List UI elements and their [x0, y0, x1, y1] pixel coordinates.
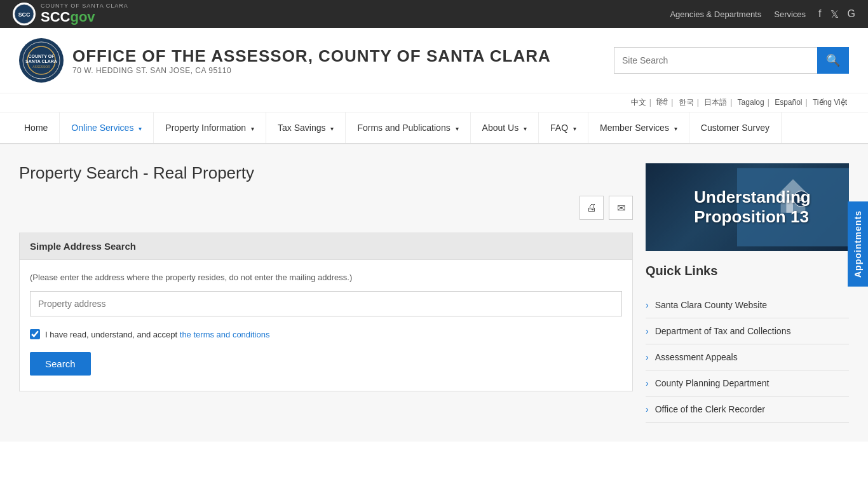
nav-tax-savings: Tax Savings ▾: [266, 112, 346, 143]
lang-japanese[interactable]: 日本語: [704, 98, 727, 107]
services-link[interactable]: Services: [774, 10, 806, 19]
forms-arrow: ▾: [456, 125, 459, 132]
online-services-arrow: ▾: [139, 125, 142, 132]
nav-property-info: Property Information ▾: [154, 112, 266, 143]
agencies-dept-link[interactable]: Agencies & Departments: [670, 10, 761, 19]
terms-link[interactable]: the terms and conditions: [180, 330, 270, 339]
quick-link-item: › Office of the Clerk Recorder: [646, 396, 849, 423]
org-address: 70 W. HEDDING ST. SAN JOSE, CA 95110: [72, 66, 551, 75]
quick-link-item: › Santa Clara County Website: [646, 292, 849, 318]
chevron-right-icon: ›: [646, 326, 649, 336]
lang-chinese[interactable]: 中文: [631, 98, 646, 107]
header: COUNTY OF SANTA CLARA ASSESSOR OFFICE OF…: [0, 28, 868, 93]
email-button[interactable]: ✉: [609, 196, 633, 220]
nav-survey-link[interactable]: Customer Survey: [689, 112, 782, 143]
email-icon: ✉: [617, 202, 625, 214]
print-button[interactable]: 🖨: [580, 196, 604, 220]
quick-link-clerk-recorder[interactable]: Office of the Clerk Recorder: [655, 404, 765, 414]
nav-member-services: Member Services ▾: [588, 112, 689, 143]
quick-links-list: › Santa Clara County Website › Departmen…: [646, 292, 849, 423]
search-box-body: (Please enter the address where the prop…: [20, 260, 632, 391]
assessor-logo: COUNTY OF SANTA CLARA ASSESSOR: [19, 38, 64, 83]
action-icons: 🖨 ✉: [19, 196, 633, 220]
nav-online-services: Online Services ▾: [60, 112, 154, 143]
print-icon: 🖨: [587, 202, 597, 214]
logo-circle: SCC: [13, 3, 36, 25]
scc-logo: SCC COUNTY OF SANTA CLARA SCCgov: [13, 3, 128, 25]
property-info-arrow: ▾: [251, 125, 254, 132]
sidebar-banner[interactable]: 13 UnderstandingProposition 13: [646, 163, 849, 251]
nav-online-services-link[interactable]: Online Services ▾: [60, 112, 154, 143]
quick-links-title: Quick Links: [646, 264, 849, 283]
helper-text: (Please enter the address where the prop…: [30, 273, 622, 282]
terms-checkbox[interactable]: [30, 329, 40, 339]
terms-label: I have read, understand, and accept the …: [45, 330, 269, 339]
nav-home: Home: [13, 112, 60, 143]
faq-arrow: ▾: [573, 125, 576, 132]
twitter-icon[interactable]: 𝕏: [831, 8, 839, 20]
appointments-tab[interactable]: Appointments: [848, 201, 868, 287]
language-bar: 中文| हिंदी| 한국| 日本語| Tagalog| Español| Ti…: [0, 93, 868, 112]
nav-about-us: About Us ▾: [471, 112, 539, 143]
svg-text:SANTA CLARA: SANTA CLARA: [25, 59, 57, 64]
search-submit-button[interactable]: Search: [30, 352, 91, 376]
nav-about-link[interactable]: About Us ▾: [471, 112, 539, 143]
facebook-icon[interactable]: f: [818, 8, 821, 20]
search-box-header: Simple Address Search: [20, 233, 632, 260]
nav-items: Home Online Services ▾ Property Informat…: [13, 112, 855, 143]
site-search-input[interactable]: [614, 47, 817, 74]
social-icons: f 𝕏 G: [818, 8, 855, 20]
banner-text: UnderstandingProposition 13: [684, 187, 810, 227]
main-nav: Home Online Services ▾ Property Informat…: [0, 112, 868, 144]
nav-customer-survey: Customer Survey: [689, 112, 782, 143]
nav-property-info-link[interactable]: Property Information ▾: [154, 112, 266, 143]
main-wrapper: Property Search - Real Property 🖨 ✉ Simp…: [0, 144, 868, 442]
main-content: Property Search - Real Property 🖨 ✉ Simp…: [19, 163, 633, 423]
nav-forms-link[interactable]: Forms and Publications ▾: [346, 112, 470, 143]
tax-savings-arrow: ▾: [330, 125, 334, 132]
quick-link-tax-collections[interactable]: Department of Tax and Collections: [655, 326, 791, 336]
search-icon: 🔍: [826, 53, 840, 67]
nav-tax-savings-link[interactable]: Tax Savings ▾: [266, 112, 346, 143]
scc-gov-text: SCCgov: [41, 9, 128, 25]
top-bar-nav: Agencies & Departments Services: [670, 10, 806, 19]
nav-home-link[interactable]: Home: [13, 112, 60, 143]
site-search-button[interactable]: 🔍: [817, 47, 849, 74]
quick-link-item: › Assessment Appeals: [646, 344, 849, 370]
page-title: Property Search - Real Property: [19, 163, 633, 183]
address-search-box: Simple Address Search (Please enter the …: [19, 233, 633, 391]
about-arrow: ▾: [524, 125, 527, 132]
property-address-input[interactable]: [30, 291, 622, 316]
quick-link-county-planning[interactable]: County Planning Department: [655, 378, 770, 388]
lang-spanish[interactable]: Español: [775, 98, 802, 107]
nav-forms-publications: Forms and Publications ▾: [346, 112, 470, 143]
nav-member-link[interactable]: Member Services ▾: [588, 112, 689, 143]
org-name: OFFICE OF THE ASSESSOR, COUNTY OF SANTA …: [72, 46, 551, 66]
chevron-right-icon: ›: [646, 378, 649, 388]
top-bar: SCC COUNTY OF SANTA CLARA SCCgov Agencie…: [0, 0, 868, 28]
quick-link-assessment-appeals[interactable]: Assessment Appeals: [655, 352, 738, 362]
header-left: COUNTY OF SANTA CLARA ASSESSOR OFFICE OF…: [19, 38, 551, 83]
nav-faq: FAQ ▾: [539, 112, 588, 143]
lang-tagalog[interactable]: Tagalog: [738, 98, 764, 107]
quick-link-item: › Department of Tax and Collections: [646, 318, 849, 344]
sidebar: 13 UnderstandingProposition 13 Quick Lin…: [646, 163, 849, 423]
lang-hindi[interactable]: हिंदी: [656, 98, 668, 107]
chevron-right-icon: ›: [646, 404, 649, 414]
quick-link-scc-website[interactable]: Santa Clara County Website: [655, 300, 767, 310]
lang-vietnamese[interactable]: Tiếng Việt: [813, 98, 847, 107]
terms-row: I have read, understand, and accept the …: [30, 329, 622, 339]
header-search: 🔍: [614, 47, 849, 74]
quick-link-item: › County Planning Department: [646, 370, 849, 396]
chevron-right-icon: ›: [646, 352, 649, 362]
top-bar-right: Agencies & Departments Services f 𝕏 G: [670, 8, 855, 20]
nav-faq-link[interactable]: FAQ ▾: [539, 112, 588, 143]
chevron-right-icon: ›: [646, 300, 649, 310]
svg-text:ASSESSOR: ASSESSOR: [32, 65, 50, 69]
lang-korean[interactable]: 한국: [679, 98, 694, 107]
svg-text:COUNTY OF: COUNTY OF: [28, 54, 55, 58]
header-title: OFFICE OF THE ASSESSOR, COUNTY OF SANTA …: [72, 46, 551, 75]
google-icon[interactable]: G: [848, 8, 855, 20]
member-arrow: ▾: [674, 125, 677, 132]
county-label: COUNTY OF SANTA CLARA: [41, 3, 128, 9]
